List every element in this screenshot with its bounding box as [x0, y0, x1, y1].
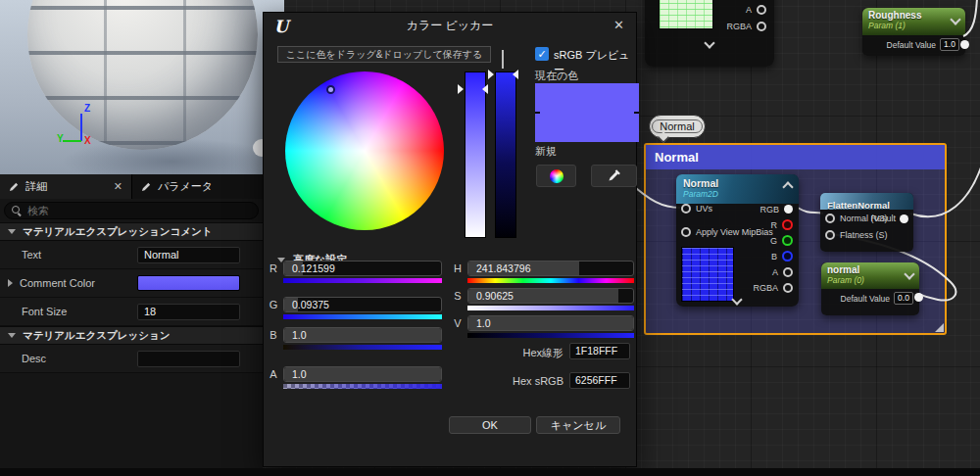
srgb-checkbox[interactable]: ✓: [535, 47, 549, 61]
output-pin-rgb[interactable]: RGB: [760, 204, 793, 214]
pin-icon[interactable]: [782, 235, 793, 246]
hex-linear-input[interactable]: 1F18FFF: [569, 343, 630, 359]
color-wheel[interactable]: [285, 71, 444, 230]
slider-handle-right-icon[interactable]: [513, 70, 518, 79]
channel-r-label: R: [267, 262, 280, 274]
pin-icon[interactable]: [783, 283, 793, 293]
pin-icon[interactable]: [782, 251, 793, 262]
output-pin-g[interactable]: G: [770, 235, 793, 246]
channel-b-input[interactable]: 1.0: [283, 327, 442, 343]
close-icon[interactable]: ✕: [114, 180, 122, 193]
output-pin-icon[interactable]: [914, 293, 923, 302]
default-value-input[interactable]: 1.0: [940, 38, 959, 51]
color-wheel-mode-button[interactable]: [536, 165, 576, 187]
color-picker-dialog: U カラー ピッカー ✕ ここに色をドラッグ&ドロップして保存する ✓ sRGB…: [263, 12, 637, 467]
flatten-normal-node[interactable]: FlattenNormal Normal (V3) Flatness (S) R…: [820, 193, 913, 252]
default-value-input[interactable]: 0.0: [894, 292, 913, 305]
channel-h-gradient[interactable]: [467, 278, 634, 283]
slider-handle-right-icon[interactable]: [482, 84, 488, 94]
pin-icon[interactable]: [825, 214, 835, 223]
slider-handle-left-icon[interactable]: [488, 70, 494, 79]
ok-button[interactable]: OK: [449, 416, 531, 434]
comment-title: Normal: [655, 150, 699, 165]
pin-icon[interactable]: [784, 205, 793, 214]
channel-g-gradient[interactable]: [283, 314, 442, 319]
channel-v-gradient[interactable]: [467, 333, 634, 338]
pin-rgba-icon[interactable]: [757, 22, 766, 31]
channel-h-input[interactable]: 241.843796: [467, 261, 634, 276]
channel-v-input[interactable]: 1.0: [467, 315, 634, 331]
pin-icon[interactable]: [681, 227, 691, 237]
dialog-title-bar[interactable]: U カラー ピッカー ✕: [264, 13, 636, 39]
channel-g-input[interactable]: 0.09375: [283, 297, 442, 312]
channel-b-gradient[interactable]: [283, 345, 442, 350]
channel-g-value: 0.09375: [284, 298, 441, 311]
tab-label: 詳細: [25, 179, 47, 194]
channel-s-gradient[interactable]: [467, 306, 634, 310]
channel-a-gradient[interactable]: [283, 384, 442, 389]
font-size-input[interactable]: 18: [137, 304, 240, 320]
default-value-label: Default Value: [841, 294, 890, 304]
theme-menu-button[interactable]: [502, 50, 504, 68]
caret-right-icon[interactable]: [8, 279, 13, 287]
text-value-input[interactable]: Normal: [137, 247, 240, 263]
value-slider[interactable]: [495, 71, 516, 238]
axis-z-label: Z: [84, 103, 90, 114]
tab-details[interactable]: 詳細 ✕: [0, 174, 131, 199]
slider-handle-left-icon[interactable]: [458, 84, 464, 94]
color-wheel-selector[interactable]: [326, 85, 335, 94]
channel-h-value: 241.843796: [468, 262, 633, 275]
close-icon[interactable]: ✕: [613, 18, 624, 32]
comment-header[interactable]: Normal: [646, 145, 945, 169]
channel-a-value: 1.0: [284, 367, 441, 381]
comment-color-swatch[interactable]: [137, 275, 240, 291]
output-pin-icon[interactable]: [960, 40, 969, 49]
input-pin-flatness[interactable]: Flatness (S): [825, 230, 908, 240]
channel-a-label: A: [267, 368, 280, 380]
pin-icon[interactable]: [783, 267, 793, 277]
caret-down-icon[interactable]: [8, 333, 16, 338]
material-preview-viewport[interactable]: Z Y X: [0, 0, 284, 174]
output-pin-result[interactable]: Result: [870, 214, 908, 223]
output-pin-b[interactable]: B: [771, 251, 793, 262]
search-input[interactable]: 検索: [4, 202, 259, 219]
section-header-comment[interactable]: マテリアルエクスプレッションコメント: [0, 222, 263, 241]
roughness-param-node[interactable]: Roughness Param (1) Default Value 1.0: [862, 8, 965, 56]
saturation-slider[interactable]: [465, 71, 486, 238]
output-pin-a[interactable]: A: [772, 266, 793, 277]
caret-down-icon[interactable]: [8, 229, 16, 234]
chevron-down-icon[interactable]: [704, 37, 714, 48]
output-pin-a[interactable]: A: [746, 5, 766, 15]
normal-texture-node[interactable]: Normal Param2D UVs Apply View MipBias RG…: [676, 174, 799, 307]
comment-resize-handle[interactable]: [935, 323, 944, 332]
texture-preview-green: [659, 0, 713, 29]
node-tooltip: Normal: [649, 115, 706, 138]
hex-linear-label: Hex線形: [485, 346, 564, 360]
output-pin-rgba[interactable]: RGBA: [753, 282, 793, 293]
channel-r-input[interactable]: 0.121599: [283, 261, 442, 276]
channel-v-label: V: [451, 317, 465, 329]
tab-parameters[interactable]: パラメータ: [131, 174, 263, 199]
tooltip-tail: [658, 131, 668, 142]
channel-r-gradient[interactable]: [283, 278, 442, 283]
pin-icon[interactable]: [825, 230, 835, 240]
output-pin-r[interactable]: R: [771, 219, 794, 230]
normal-scalar-param-node[interactable]: normal Param (0) Default Value 0.0: [821, 262, 919, 315]
new-color-label: 新規: [535, 144, 557, 159]
output-pin-rgba[interactable]: RGBA: [726, 22, 766, 31]
channel-s-input[interactable]: 0.90625: [467, 288, 634, 304]
pin-a-icon[interactable]: [757, 5, 766, 15]
edit-icon: [141, 181, 152, 192]
section-header-expression[interactable]: マテリアルエクスプレッション: [0, 326, 263, 345]
channel-a-input[interactable]: 1.0: [283, 366, 442, 382]
eyedropper-icon: [607, 168, 621, 183]
eyedropper-button[interactable]: [591, 165, 637, 187]
pin-icon[interactable]: [782, 219, 793, 230]
desc-input[interactable]: [137, 351, 240, 367]
cancel-button[interactable]: キャンセル: [536, 416, 620, 434]
hex-srgb-input[interactable]: 6256FFF: [569, 372, 630, 389]
texture-node-partial[interactable]: B A RGBA: [645, 0, 774, 67]
pin-icon[interactable]: [681, 204, 691, 214]
theme-drop-area[interactable]: ここに色をドラッグ&ドロップして保存する: [277, 46, 491, 63]
pin-icon[interactable]: [900, 214, 908, 223]
